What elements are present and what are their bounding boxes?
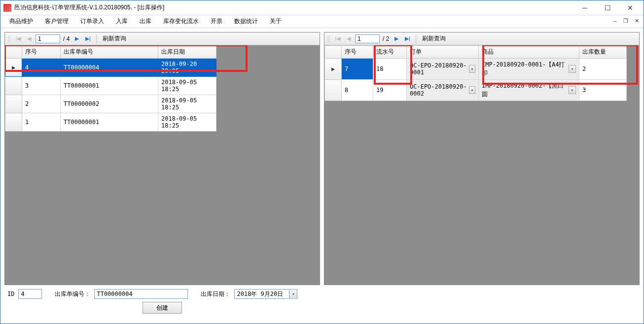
col-date[interactable]: 出库日期 bbox=[158, 46, 216, 59]
separator bbox=[96, 34, 97, 43]
col-seq[interactable]: 序号 bbox=[342, 46, 373, 59]
nav-next-icon[interactable]: ▶ bbox=[392, 34, 401, 43]
right-grid-area: 序号 流水号 订单 商品 出库数量 ▶718OC-EPO-20180920-00… bbox=[324, 45, 639, 285]
menu-products[interactable]: 商品维护 bbox=[3, 16, 39, 27]
menu-stats[interactable]: 数据统计 bbox=[228, 16, 264, 27]
cell-qty[interactable]: 3 bbox=[579, 80, 627, 101]
menu-about[interactable]: 关于 bbox=[264, 16, 287, 27]
menu-customers[interactable]: 客户管理 bbox=[39, 16, 74, 27]
table-row[interactable]: 1TT000000012018-09-05 18:25 bbox=[5, 113, 216, 131]
table-row[interactable]: 819OC-EPO-20180920-0002▾IMP-20180920-000… bbox=[325, 80, 627, 101]
nav-last-icon[interactable]: ▶| bbox=[83, 34, 92, 43]
chevron-down-icon[interactable]: ▾ bbox=[569, 65, 576, 73]
left-panel: |◀ ◀ / 4 ▶ ▶| 刷新查询 bbox=[4, 32, 320, 285]
table-row[interactable]: ▶718OC-EPO-20180920-0001▾IMP-20180920-00… bbox=[325, 59, 627, 80]
menu-inbound[interactable]: 入库 bbox=[110, 16, 134, 27]
cell-flow[interactable]: 19 bbox=[373, 80, 407, 101]
right-panel: |◀ ◀ / 2 ▶ ▶| 刷新查询 bbox=[324, 32, 640, 285]
window-title: 邑泊信息科技-订单管理系统-V.1.0.20180905. - [出库操作] bbox=[14, 3, 573, 12]
col-flow[interactable]: 流水号 bbox=[373, 46, 407, 59]
col-seq[interactable]: 序号 bbox=[22, 46, 61, 59]
bottom-form: ID 出库单编号： 出库日期： ▾ 创建 bbox=[4, 285, 640, 320]
date-picker[interactable]: ▾ bbox=[234, 289, 297, 299]
cell-seq[interactable]: 2 bbox=[22, 95, 61, 113]
cell-date[interactable]: 2018-09-05 18:25 bbox=[158, 95, 216, 113]
chevron-down-icon[interactable]: ▾ bbox=[469, 65, 475, 73]
minimize-button[interactable]: ─ bbox=[573, 1, 596, 15]
col-qty[interactable]: 出库数量 bbox=[579, 46, 627, 59]
caret-right-icon: ▶ bbox=[12, 64, 15, 71]
left-grid-area: 序号 出库单编号 出库日期 ▶4TT000000042018-09-20 20:… bbox=[5, 45, 320, 285]
nav-next-icon[interactable]: ▶ bbox=[72, 34, 81, 43]
nav-first-icon[interactable]: |◀ bbox=[14, 34, 23, 43]
cell-seq[interactable]: 4 bbox=[22, 59, 61, 77]
cell-flow[interactable]: 18 bbox=[373, 59, 407, 80]
id-label: ID bbox=[7, 291, 14, 297]
row-header-blank bbox=[5, 46, 22, 59]
cell-seq[interactable]: 3 bbox=[22, 77, 61, 95]
chevron-down-icon[interactable]: ▾ bbox=[289, 290, 297, 298]
cell-docno[interactable]: TT00000002 bbox=[61, 95, 158, 113]
row-header[interactable] bbox=[5, 113, 22, 131]
cell-date[interactable]: 2018-09-05 18:25 bbox=[158, 77, 216, 95]
row-header-blank bbox=[325, 46, 342, 59]
table-row[interactable]: 3TT000000012018-09-05 18:25 bbox=[5, 77, 216, 95]
caret-right-icon: ▶ bbox=[331, 65, 335, 72]
cell-docno[interactable]: TT00000001 bbox=[61, 77, 158, 95]
mdi-close-button[interactable]: ✕ bbox=[632, 16, 642, 25]
col-product[interactable]: 商品 bbox=[479, 46, 579, 59]
chevron-down-icon[interactable]: ▾ bbox=[569, 86, 576, 94]
cell-order[interactable]: OC-EPO-20180920-0002▾ bbox=[407, 80, 479, 101]
close-button[interactable]: ✕ bbox=[619, 1, 642, 15]
row-header[interactable] bbox=[5, 77, 22, 95]
content-area: |◀ ◀ / 4 ▶ ▶| 刷新查询 bbox=[0, 28, 644, 324]
refresh-button[interactable]: 刷新查询 bbox=[101, 34, 128, 43]
cell-seq[interactable]: 7 bbox=[342, 59, 373, 80]
mdi-restore-button[interactable]: ❐ bbox=[621, 16, 631, 25]
nav-current-input[interactable] bbox=[36, 34, 60, 43]
menubar: 商品维护 客户管理 订单录入 入库 出库 库存变化流水 开票 数据统计 关于 –… bbox=[0, 15, 644, 28]
docno-input[interactable] bbox=[94, 289, 188, 299]
nav-first-icon[interactable]: |◀ bbox=[333, 34, 342, 43]
mdi-minimize-button[interactable]: – bbox=[610, 16, 620, 25]
left-navbar: |◀ ◀ / 4 ▶ ▶| 刷新查询 bbox=[5, 32, 320, 45]
date-label: 出库日期： bbox=[201, 290, 230, 298]
menu-invoice[interactable]: 开票 bbox=[205, 16, 228, 27]
app-window: 邑泊信息科技-订单管理系统-V.1.0.20180905. - [出库操作] ─… bbox=[0, 0, 644, 324]
date-input[interactable] bbox=[235, 291, 289, 297]
maximize-button[interactable]: ☐ bbox=[596, 1, 619, 15]
detail-table[interactable]: 序号 流水号 订单 商品 出库数量 ▶718OC-EPO-20180920-00… bbox=[324, 45, 627, 101]
row-header[interactable]: ▶ bbox=[5, 59, 22, 77]
outbound-table[interactable]: 序号 出库单编号 出库日期 ▶4TT000000042018-09-20 20:… bbox=[5, 45, 216, 131]
menu-stock-flow[interactable]: 库存变化流水 bbox=[157, 16, 205, 27]
cell-date[interactable]: 2018-09-20 20:05 bbox=[158, 59, 216, 77]
refresh-button[interactable]: 刷新查询 bbox=[420, 34, 448, 43]
nav-current-input[interactable] bbox=[355, 34, 380, 43]
col-order[interactable]: 订单 bbox=[407, 46, 479, 59]
row-header[interactable] bbox=[5, 95, 22, 113]
cell-product[interactable]: IMP-20180920-0001-【A4打印▾ bbox=[479, 59, 579, 80]
grip-icon bbox=[327, 35, 330, 43]
cell-docno[interactable]: TT00000004 bbox=[61, 59, 158, 77]
cell-seq[interactable]: 8 bbox=[342, 80, 373, 101]
nav-prev-icon[interactable]: ◀ bbox=[344, 34, 353, 43]
cell-date[interactable]: 2018-09-05 18:25 bbox=[158, 113, 216, 131]
cell-seq[interactable]: 1 bbox=[22, 113, 61, 131]
cell-docno[interactable]: TT00000001 bbox=[61, 113, 158, 131]
row-header[interactable]: ▶ bbox=[325, 59, 342, 80]
cell-qty[interactable]: 2 bbox=[579, 59, 627, 80]
docno-label: 出库单编号： bbox=[55, 290, 90, 298]
table-row[interactable]: ▶4TT000000042018-09-20 20:05 bbox=[5, 59, 216, 77]
menu-order-entry[interactable]: 订单录入 bbox=[74, 16, 110, 27]
id-input[interactable] bbox=[18, 289, 42, 299]
row-header[interactable] bbox=[325, 80, 342, 101]
nav-prev-icon[interactable]: ◀ bbox=[25, 34, 34, 43]
create-button[interactable]: 创建 bbox=[143, 302, 182, 314]
cell-product[interactable]: IMP-20180920-0002-【黑白圆▾ bbox=[479, 80, 579, 101]
col-docno[interactable]: 出库单编号 bbox=[61, 46, 158, 59]
cell-order[interactable]: OC-EPO-20180920-0001▾ bbox=[407, 59, 479, 80]
chevron-down-icon[interactable]: ▾ bbox=[469, 86, 475, 94]
nav-last-icon[interactable]: ▶| bbox=[403, 34, 412, 43]
menu-outbound[interactable]: 出库 bbox=[134, 16, 157, 27]
table-row[interactable]: 2TT000000022018-09-05 18:25 bbox=[5, 95, 216, 113]
